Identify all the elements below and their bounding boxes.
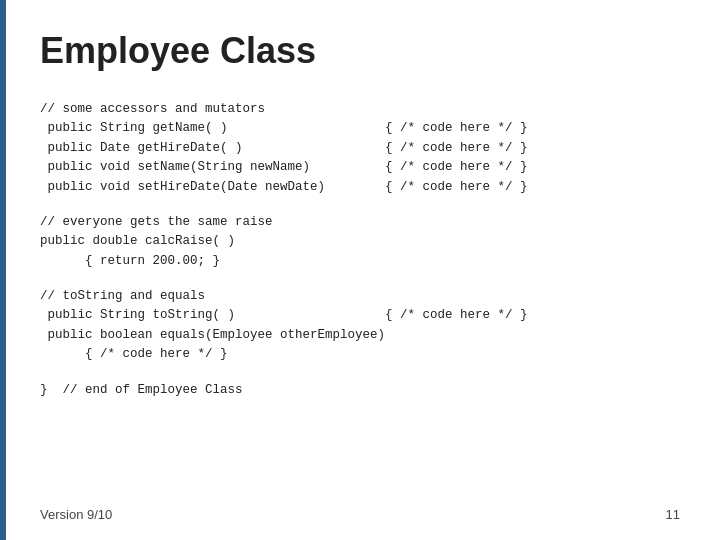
code-calc-raise: // everyone gets the same raise public d… (40, 213, 680, 271)
section-tostring-equals: // toString and equals public String toS… (40, 287, 680, 365)
code-accessors: // some accessors and mutators public St… (40, 100, 680, 197)
slide-title: Employee Class (40, 30, 680, 72)
code-tostring-equals: // toString and equals public String toS… (40, 287, 680, 365)
section-calc-raise: // everyone gets the same raise public d… (40, 213, 680, 271)
page-number: 11 (666, 507, 680, 522)
section-end: } // end of Employee Class (40, 381, 680, 400)
version-label: Version 9/10 (40, 507, 112, 522)
code-end: } // end of Employee Class (40, 381, 680, 400)
section-accessors: // some accessors and mutators public St… (40, 100, 680, 197)
slide-container: Employee Class // some accessors and mut… (0, 0, 720, 540)
left-border-decoration (0, 0, 6, 540)
slide-footer: Version 9/10 11 (40, 507, 680, 522)
